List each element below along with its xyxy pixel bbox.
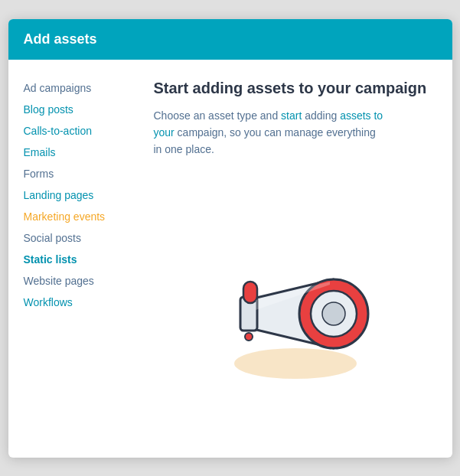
sidebar-item-emails[interactable]: Emails [24, 142, 139, 162]
main-content: Start adding assets to your campaign Cho… [139, 78, 437, 439]
sidebar-item-social-posts[interactable]: Social posts [24, 228, 139, 248]
svg-point-6 [322, 302, 345, 325]
sidebar-item-marketing-events[interactable]: Marketing events [24, 207, 139, 227]
sidebar-item-website-pages[interactable]: Website pages [24, 271, 139, 291]
modal-title: Add assets [24, 31, 437, 47]
modal-header: Add assets [8, 19, 452, 60]
add-assets-modal: Add assets Ad campaignsBlog postsCalls-t… [8, 19, 452, 458]
highlight-assets: assets to your [154, 109, 383, 139]
svg-point-0 [234, 348, 357, 379]
sidebar-item-forms[interactable]: Forms [24, 164, 139, 184]
sidebar-item-workflows[interactable]: Workflows [24, 292, 139, 312]
asset-type-sidebar: Ad campaignsBlog postsCalls-to-actionEma… [24, 78, 139, 439]
content-description: Choose an asset type and start adding as… [154, 107, 383, 158]
sidebar-item-landing-pages[interactable]: Landing pages [24, 185, 139, 205]
sidebar-item-calls-to-action[interactable]: Calls-to-action [24, 121, 139, 141]
content-title: Start adding assets to your campaign [154, 78, 437, 98]
sidebar-item-ad-campaigns[interactable]: Ad campaigns [24, 78, 139, 98]
sidebar-item-static-lists[interactable]: Static lists [24, 249, 139, 269]
svg-rect-7 [243, 282, 257, 303]
megaphone-illustration [154, 174, 437, 439]
highlight-start: start [281, 109, 302, 122]
sidebar-item-blog-posts[interactable]: Blog posts [24, 99, 139, 119]
modal-body: Ad campaignsBlog postsCalls-to-actionEma… [8, 60, 452, 458]
svg-point-3 [245, 333, 253, 341]
